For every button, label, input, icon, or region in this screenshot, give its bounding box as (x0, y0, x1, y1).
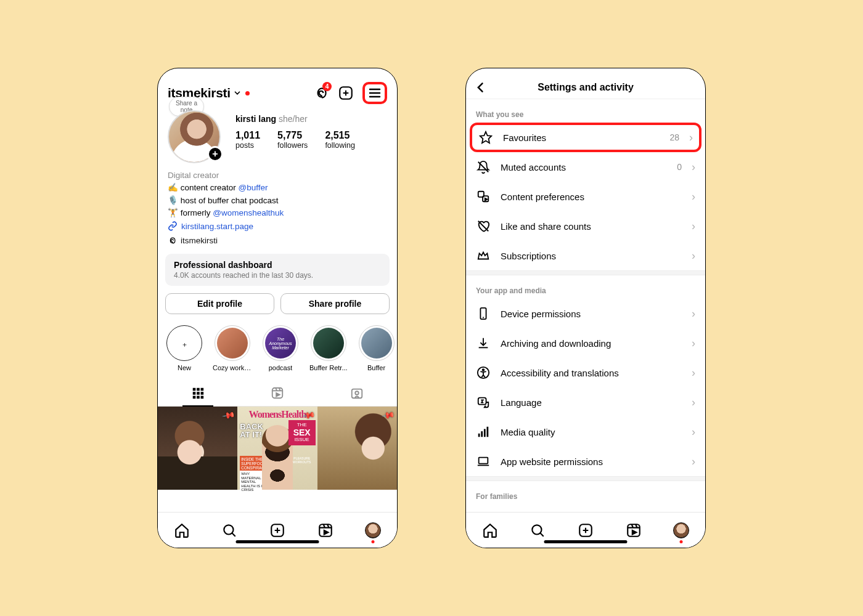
tab-reels-icon[interactable] (626, 522, 642, 538)
highlight-new[interactable]: ＋New (166, 325, 202, 371)
tab-create-icon[interactable] (578, 522, 594, 538)
svg-rect-46 (481, 431, 483, 437)
section-divider (466, 476, 705, 481)
followers-stat[interactable]: 5,775 followers (277, 130, 308, 150)
tab-profile-avatar[interactable] (365, 522, 381, 538)
tab-search-icon[interactable] (221, 522, 237, 538)
tab-search-icon[interactable] (530, 522, 546, 538)
share-profile-button[interactable]: Share profile (280, 293, 390, 314)
threads-small-icon (168, 236, 177, 245)
row-device-permissions[interactable]: Device permissions › (466, 299, 705, 328)
tab-home-icon[interactable] (174, 522, 190, 538)
following-stat[interactable]: 2,515 following (325, 130, 355, 150)
edit-profile-button[interactable]: Edit profile (165, 293, 274, 314)
svg-rect-12 (192, 396, 195, 399)
phone-profile: itsmekirsti 4 Share a note + kirst (157, 68, 398, 548)
profile-content-tabs (158, 383, 397, 407)
pronouns: she/her (279, 114, 308, 124)
row-subscriptions[interactable]: Subscriptions › (466, 241, 705, 270)
home-indicator (544, 540, 628, 543)
tab-grid[interactable] (191, 383, 205, 406)
highlight-item[interactable]: The Anonymous Marketerpodcast (263, 325, 298, 371)
post-thumb[interactable]: WomensHealth BACKAT IT! INSIDE THE SUPER… (237, 407, 317, 490)
heart-off-icon (476, 219, 491, 233)
highlight-item[interactable]: Buffer Retr... (309, 325, 348, 371)
chevron-right-icon: › (692, 426, 695, 439)
story-highlights-row[interactable]: ＋NewCozy workingThe Anonymous Marketerpo… (158, 314, 397, 371)
post-thumb[interactable]: 📌 (158, 407, 237, 490)
mention-buffer[interactable]: @buffer (239, 183, 268, 192)
chevron-down-icon[interactable] (233, 89, 242, 97)
tab-reels[interactable] (271, 383, 284, 406)
create-post-icon[interactable] (338, 85, 354, 101)
row-language[interactable]: Language › (466, 387, 705, 417)
svg-marker-36 (485, 198, 488, 201)
tab-home-icon[interactable] (482, 522, 498, 538)
svg-rect-10 (197, 392, 200, 395)
tab-reels-icon[interactable] (317, 522, 333, 538)
post-thumb[interactable]: 📌 (317, 407, 397, 490)
row-media-quality[interactable]: Media quality › (466, 417, 705, 447)
avatar[interactable]: Share a note + (168, 110, 222, 163)
content-prefs-icon (476, 189, 491, 204)
chevron-right-icon: › (692, 249, 695, 262)
tab-tagged[interactable] (350, 383, 364, 406)
row-archiving[interactable]: Archiving and downloading › (466, 328, 705, 358)
threads-icon[interactable]: 4 (313, 85, 329, 101)
row-content-preferences[interactable]: Content preferences › (466, 182, 705, 211)
home-indicator (236, 540, 319, 543)
section-app-media: Your app and media (466, 275, 705, 299)
settings-header: Settings and activity (466, 68, 705, 99)
row-accessibility[interactable]: Accessibility and translations › (466, 358, 705, 387)
star-icon (478, 130, 493, 145)
chevron-right-icon: › (692, 307, 695, 320)
row-app-website-permissions[interactable]: App website permissions › (466, 447, 705, 476)
row-favourites[interactable]: Favourites 28 › (470, 123, 701, 152)
highlight-label: podcast (269, 364, 293, 371)
professional-dashboard-card[interactable]: Professional dashboard 4.0K accounts rea… (165, 254, 390, 286)
link-icon (168, 221, 178, 231)
svg-rect-48 (487, 427, 489, 437)
chevron-right-icon: › (692, 220, 695, 233)
row-muted-accounts[interactable]: Muted accounts 0 › (466, 152, 705, 182)
svg-marker-19 (276, 393, 280, 397)
new-activity-dot-icon (245, 91, 250, 95)
svg-point-43 (483, 369, 485, 371)
svg-rect-14 (200, 396, 203, 399)
chevron-right-icon: › (689, 131, 693, 144)
highlight-item[interactable]: Buffer (359, 325, 395, 371)
svg-rect-47 (484, 429, 486, 437)
chevron-right-icon: › (692, 161, 695, 174)
posts-stat[interactable]: 1,011 posts (235, 130, 260, 150)
svg-rect-45 (478, 434, 480, 437)
tab-create-icon[interactable] (269, 522, 285, 538)
bio-link[interactable]: kirstilang.start.page (158, 219, 397, 231)
grid-icon (191, 386, 205, 400)
row-like-share-counts[interactable]: Like and share counts › (466, 211, 705, 241)
back-icon[interactable] (475, 81, 487, 94)
post-grid: 📌 WomensHealth BACKAT IT! INSIDE THE SUP… (158, 407, 397, 512)
section-what-you-see: What you see (466, 99, 705, 123)
highlight-label: New (178, 364, 191, 371)
language-icon (476, 395, 491, 410)
svg-marker-32 (480, 132, 491, 143)
plus-icon: ＋ (181, 340, 188, 349)
svg-rect-9 (192, 392, 195, 395)
threads-handle[interactable]: itsmekirsti (158, 231, 397, 245)
add-story-icon[interactable]: + (207, 146, 223, 162)
chevron-right-icon: › (692, 367, 695, 379)
creator-category: Digital creator (168, 169, 387, 182)
crown-icon (476, 248, 491, 263)
tab-profile-avatar[interactable] (673, 522, 689, 538)
reels-icon (271, 386, 284, 400)
svg-point-21 (356, 391, 359, 395)
bell-off-icon (476, 160, 491, 174)
highlight-item[interactable]: Cozy working (213, 325, 252, 371)
svg-point-22 (224, 525, 234, 534)
tagged-icon (350, 386, 364, 400)
profile-bio: Digital creator ✍️ content creator @buff… (158, 163, 397, 219)
mention-womenshealthuk[interactable]: @womenshealthuk (213, 208, 284, 217)
hamburger-menu-icon[interactable] (362, 82, 387, 104)
threads-badge: 4 (322, 82, 332, 91)
svg-rect-49 (479, 458, 488, 464)
